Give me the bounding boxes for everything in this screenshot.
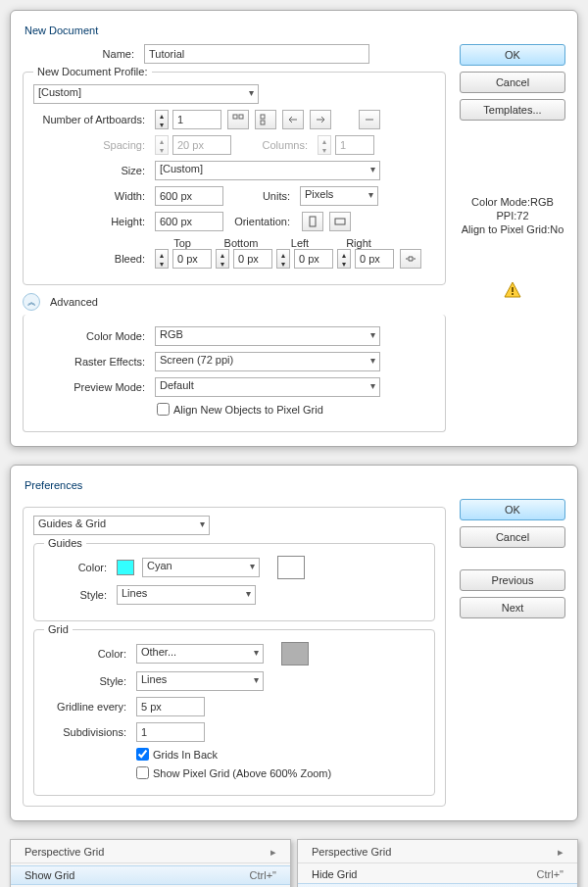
raster-select[interactable]: Screen (72 ppi) bbox=[155, 352, 380, 371]
bleed-right-label: Right bbox=[331, 237, 386, 249]
arrange-ltr-icon[interactable] bbox=[310, 110, 331, 129]
svg-rect-2 bbox=[261, 115, 265, 119]
cancel-button[interactable]: Cancel bbox=[460, 526, 565, 548]
cancel-button[interactable]: Cancel bbox=[460, 72, 565, 93]
grid-by-row-icon[interactable] bbox=[227, 110, 249, 129]
warning-icon bbox=[504, 281, 521, 299]
name-label: Name: bbox=[23, 48, 140, 60]
arrange-down-icon[interactable] bbox=[359, 110, 380, 129]
spacing-label: Spacing: bbox=[33, 139, 151, 151]
name-input[interactable] bbox=[144, 44, 369, 64]
svg-rect-6 bbox=[512, 287, 514, 292]
grid-swatch[interactable] bbox=[281, 642, 309, 665]
grid-color-label: Color: bbox=[44, 648, 132, 660]
guides-color-label: Color: bbox=[44, 562, 113, 573]
bleed-right-input[interactable] bbox=[355, 249, 394, 269]
size-select[interactable]: [Custom] bbox=[155, 161, 380, 180]
portrait-icon[interactable] bbox=[302, 212, 323, 231]
height-input[interactable] bbox=[155, 212, 223, 231]
grid-style-select[interactable]: Lines bbox=[136, 671, 264, 691]
link-icon[interactable] bbox=[400, 249, 421, 269]
dialog-title: New Document bbox=[23, 21, 565, 44]
colormode-select[interactable]: RGB bbox=[155, 326, 380, 346]
grids-in-back-checkbox[interactable]: Grids In Back bbox=[136, 748, 218, 761]
guides-style-select[interactable]: Lines bbox=[117, 585, 256, 605]
menu-header[interactable]: Perspective Grid bbox=[298, 843, 577, 863]
bleed-left-input[interactable] bbox=[294, 249, 333, 269]
new-document-dialog: New Document Name: New Document Profile:… bbox=[10, 10, 578, 447]
spinner-icon[interactable]: ▴▾ bbox=[155, 110, 169, 129]
width-input[interactable] bbox=[155, 186, 223, 206]
ok-button[interactable]: OK bbox=[460, 44, 565, 66]
columns-label: Columns: bbox=[235, 139, 314, 151]
columns-input bbox=[335, 135, 374, 155]
color-chip-icon bbox=[117, 560, 134, 575]
svg-rect-5 bbox=[335, 219, 345, 224]
bleed-label: Bleed: bbox=[33, 253, 151, 265]
bleed-top-label: Top bbox=[155, 237, 210, 249]
align-pixel-checkbox[interactable]: Align New Objects to Pixel Grid bbox=[157, 403, 323, 416]
svg-rect-0 bbox=[233, 115, 237, 119]
view-menu-left: Perspective GridShow GridCtrl+"Snap to G… bbox=[10, 839, 291, 887]
menu-item[interactable]: Hide GridCtrl+" bbox=[298, 865, 577, 883]
svg-rect-7 bbox=[512, 293, 514, 295]
gridline-input[interactable] bbox=[136, 697, 205, 716]
bleed-bottom-label: Bottom bbox=[214, 237, 269, 249]
guides-style-label: Style: bbox=[44, 589, 113, 601]
guides-group: Guides Color: Cyan Style: Lines bbox=[33, 543, 435, 621]
bleed-left-label: Left bbox=[272, 237, 327, 249]
bleed-bottom-input[interactable] bbox=[233, 249, 272, 269]
gridline-label: Gridline every: bbox=[44, 701, 132, 713]
advanced-label: Advanced bbox=[50, 296, 98, 308]
menu-item[interactable]: Snap to GridShift+Ctrl+" bbox=[298, 883, 577, 887]
spinner-icon[interactable]: ▴▾ bbox=[216, 249, 229, 269]
svg-rect-3 bbox=[261, 121, 265, 124]
prefs-panel: Guides & Grid Guides Color: Cyan Style: … bbox=[23, 507, 446, 807]
menu-header[interactable]: Perspective Grid bbox=[11, 843, 290, 863]
previous-button[interactable]: Previous bbox=[460, 569, 565, 591]
spinner-icon[interactable]: ▴▾ bbox=[276, 249, 290, 269]
subdiv-label: Subdivisions: bbox=[44, 726, 132, 738]
doc-info: Color Mode:RGB PPI:72 Align to Pixel Gri… bbox=[460, 195, 565, 236]
templates-button[interactable]: Templates... bbox=[460, 99, 565, 121]
dialog-title: Preferences bbox=[23, 475, 565, 499]
size-label: Size: bbox=[33, 165, 151, 176]
landscape-icon[interactable] bbox=[329, 212, 351, 231]
prefs-section-select[interactable]: Guides & Grid bbox=[33, 516, 210, 535]
arrange-rtl-icon[interactable] bbox=[282, 110, 304, 129]
spinner-icon: ▴▾ bbox=[318, 135, 331, 155]
guides-color-select[interactable]: Cyan bbox=[142, 558, 260, 577]
profile-label: New Document Profile: bbox=[33, 66, 152, 77]
height-label: Height: bbox=[33, 216, 151, 227]
colormode-label: Color Mode: bbox=[33, 330, 151, 342]
bleed-top-input[interactable] bbox=[172, 249, 212, 269]
profile-select[interactable]: [Custom] bbox=[33, 84, 259, 104]
advanced-toggle[interactable]: ︽ bbox=[23, 293, 40, 311]
width-label: Width: bbox=[33, 190, 151, 202]
context-menus: Perspective GridShow GridCtrl+"Snap to G… bbox=[10, 839, 578, 887]
grid-color-select[interactable]: Other... bbox=[136, 644, 264, 664]
grid-by-col-icon[interactable] bbox=[255, 110, 276, 129]
spinner-icon: ▴▾ bbox=[155, 135, 169, 155]
preview-select[interactable]: Default bbox=[155, 377, 380, 397]
spinner-icon[interactable]: ▴▾ bbox=[155, 249, 169, 269]
advanced-group: Color Mode: RGB Raster Effects: Screen (… bbox=[23, 315, 446, 432]
next-button[interactable]: Next bbox=[460, 597, 565, 618]
ok-button[interactable]: OK bbox=[460, 499, 565, 520]
raster-label: Raster Effects: bbox=[33, 356, 151, 368]
units-select[interactable]: Pixels bbox=[300, 186, 378, 206]
show-pixel-grid-checkbox[interactable]: Show Pixel Grid (Above 600% Zoom) bbox=[136, 766, 331, 779]
grid-style-label: Style: bbox=[44, 675, 132, 687]
artboards-input[interactable] bbox=[172, 110, 221, 129]
units-label: Units: bbox=[227, 190, 296, 202]
preferences-dialog: Preferences Guides & Grid Guides Color: … bbox=[10, 465, 578, 821]
spinner-icon[interactable]: ▴▾ bbox=[337, 249, 351, 269]
profile-group: New Document Profile: [Custom] Number of… bbox=[23, 72, 446, 285]
menu-item[interactable]: Show GridCtrl+" bbox=[11, 865, 290, 885]
spacing-input bbox=[172, 135, 231, 155]
guides-swatch[interactable] bbox=[277, 556, 305, 579]
grid-group: Grid Color: Other... Style: Lines Gridli… bbox=[33, 629, 435, 796]
view-menu-right: Perspective GridHide GridCtrl+"Snap to G… bbox=[297, 839, 578, 887]
orientation-label: Orientation: bbox=[227, 216, 296, 227]
subdiv-input[interactable] bbox=[136, 722, 205, 742]
